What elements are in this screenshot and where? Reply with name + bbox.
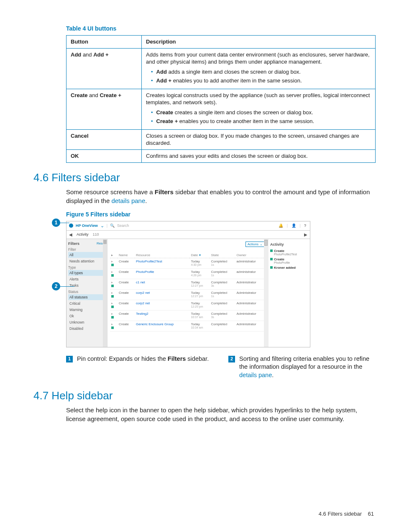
filter-item[interactable]: Tasks	[68, 283, 105, 288]
table-row[interactable]: ▸ CreatePhotoProfile2TestToday4:30 pmCom…	[110, 258, 266, 268]
details-pane-link[interactable]: details pane	[111, 197, 145, 204]
column-header[interactable]: Date ▾	[189, 252, 210, 258]
filters-sidebar: Filters Reset Filter AllNeeds attention …	[66, 239, 107, 347]
activity-list: Actions ⌄ ▸NameResourceDate ▾StateOwner …	[107, 239, 268, 347]
table-row-desc: Closes a screen or dialog box. If you ma…	[142, 129, 376, 149]
activity-item[interactable]: Kroner added	[270, 266, 308, 270]
help-icon[interactable]: ?	[304, 224, 306, 228]
separator: |	[107, 224, 107, 228]
filter-item[interactable]: Ok	[68, 313, 105, 319]
bold: Filters	[155, 188, 174, 195]
separator: |	[299, 224, 300, 228]
hp-logo-icon	[69, 224, 73, 228]
table-row-button: Create and Create +	[66, 89, 142, 129]
activity-panel: Activity CreatePhotoProfile2TestCreatePh…	[268, 239, 310, 347]
page-toolbar: ◀ Activity 110 ▶	[66, 231, 310, 239]
callout-desc-1: Pin control: Expands or hides the Filter…	[77, 355, 209, 380]
table-row-button: Cancel	[66, 129, 142, 149]
figure-5: 1 2 HP OneView ⌄ | 🔍 Search 🔔 | 👤 | ? ◀ …	[66, 221, 325, 347]
filter-item[interactable]: Alerts	[68, 276, 105, 282]
col-button: Button	[66, 36, 142, 49]
activity-item[interactable]: CreatePhotoProfile2Test	[270, 249, 308, 256]
txt: Some resource screens have a	[66, 188, 155, 195]
filter-group-type: Type	[68, 265, 105, 270]
filter-item[interactable]: All types	[68, 270, 105, 276]
callout-2: 2	[52, 282, 60, 290]
figure-callout-legend: 1 Pin control: Expands or hides the Filt…	[66, 355, 374, 380]
chevron-down-icon: ⌄	[260, 242, 263, 246]
table-title: Table 4 UI buttons	[66, 25, 374, 32]
search-icon[interactable]: 🔍	[110, 224, 115, 228]
actions-menu[interactable]: Actions ⌄	[246, 242, 265, 247]
table-row-desc: Adds items from your current data center…	[142, 48, 376, 89]
page-footer: 4.6 Filters sidebar 61	[319, 511, 374, 517]
callout-num-2: 2	[228, 356, 235, 362]
list-scrollbar[interactable]	[264, 239, 268, 347]
activity-panel-title: Activity	[270, 242, 308, 247]
activity-label: Activity	[77, 232, 89, 236]
filter-item[interactable]: Critical	[68, 301, 105, 306]
details-pane-link[interactable]: details pane	[239, 372, 272, 378]
filter-item[interactable]: Needs attention	[68, 258, 105, 264]
pin-icon[interactable]: ◀	[69, 232, 72, 237]
col-description: Description	[142, 36, 376, 49]
callout-1: 1	[52, 218, 60, 227]
search-placeholder[interactable]: Search	[117, 224, 129, 228]
column-header[interactable]: ▸	[110, 252, 118, 258]
table-row[interactable]: ▸ Createcorp2 netToday12:25 pmCompletedA…	[110, 300, 266, 310]
filter-item[interactable]: All	[68, 252, 105, 258]
figure-title: Figure 5 Filters sidebar	[66, 211, 374, 218]
column-header[interactable]: Owner	[235, 252, 266, 258]
table-row[interactable]: ▸ Createcorp2 netToday12:27 pmCompleted1…	[110, 289, 266, 300]
section-4-6-para: Some resource screens have a Filters sid…	[66, 188, 374, 205]
filter-item[interactable]: Disabled	[68, 326, 105, 332]
activity-item[interactable]: CreatePhotoProfile	[270, 257, 308, 264]
column-header[interactable]: State	[210, 252, 235, 258]
callout-desc-2: Sorting and filtering criteria enables y…	[239, 355, 374, 380]
chevron-down-icon[interactable]: ⌄	[100, 223, 104, 229]
activity-count: 110	[93, 232, 99, 236]
table-row[interactable]: ▸ Createc1 netToday12:27 pmCompleted3sAd…	[110, 279, 266, 289]
brand-label: HP OneView	[76, 224, 98, 228]
filters-scrollbar[interactable]: ▴	[103, 239, 107, 347]
section-4-7-para: Select the help icon in the banner to op…	[66, 406, 374, 423]
table-row-button: Add and Add +	[66, 48, 142, 89]
user-icon[interactable]: 👤	[292, 224, 296, 228]
table-row-desc: Confirms and saves your edits and closes…	[142, 150, 376, 163]
actions-label: Actions	[248, 242, 258, 246]
expand-icon[interactable]: ▶	[304, 232, 307, 237]
table-row[interactable]: ▸ CreateTesting2Today10:37 amCompleted3s…	[110, 310, 266, 321]
footer-section: 4.6 Filters sidebar	[319, 511, 362, 517]
screenshot: HP OneView ⌄ | 🔍 Search 🔔 | 👤 | ? ◀ Acti…	[66, 221, 310, 347]
ui-buttons-table: Button Description Add and Add +Adds ite…	[66, 35, 376, 163]
section-4-7-heading: 4.7 Help sidebar	[33, 389, 374, 402]
filter-item[interactable]: Unknown	[68, 319, 105, 325]
filter-item[interactable]: All statuses	[68, 294, 105, 300]
table-row[interactable]: ▸ CreatePhotoProfileToday4:28 pmComplete…	[110, 268, 266, 279]
filters-title: Filters	[68, 242, 79, 246]
callout-num-1: 1	[66, 356, 73, 362]
section-4-6-heading: 4.6 Filters sidebar	[33, 171, 374, 184]
table-row[interactable]: ▸ CreateGeneric Enclosure GroupToday10:3…	[110, 321, 266, 331]
filter-group-status: Status	[68, 290, 105, 294]
footer-page: 61	[368, 511, 374, 517]
table-row-desc: Creates logical constructs used by the a…	[142, 89, 376, 129]
filter-item[interactable]: Warning	[68, 307, 105, 313]
txt: .	[145, 197, 147, 204]
column-header[interactable]: Name	[118, 252, 135, 258]
table-row-button: OK	[66, 150, 142, 163]
filter-group-filter: Filter	[68, 247, 105, 252]
bell-icon[interactable]: 🔔	[279, 224, 283, 228]
column-header[interactable]: Resource	[135, 252, 189, 258]
separator: |	[287, 224, 288, 228]
app-banner: HP OneView ⌄ | 🔍 Search 🔔 | 👤 | ?	[66, 221, 310, 231]
